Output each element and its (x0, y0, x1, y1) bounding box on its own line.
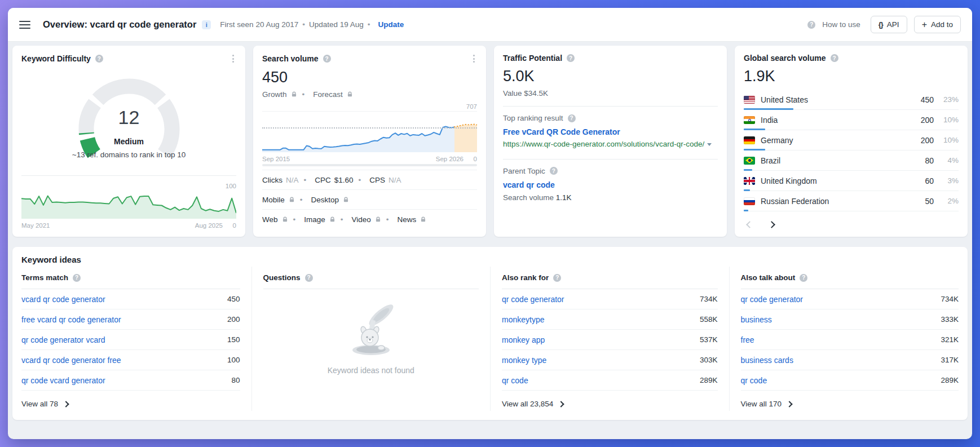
column-header: Also talk about (741, 273, 796, 282)
y-axis-min: 0 (233, 222, 236, 229)
metric-item[interactable]: Desktop (295, 196, 349, 204)
view-all-label: View all 170 (741, 400, 782, 408)
keyword-link[interactable]: qr code (502, 376, 528, 385)
parent-volume-value: 1.1K (556, 193, 572, 202)
country-name: India (761, 116, 778, 125)
empty-state-text: Keyword ideas not found (328, 366, 414, 375)
country-row[interactable]: United States45023% (744, 90, 959, 110)
keyword-link[interactable]: vcard qr code generator (21, 295, 105, 304)
keyword-volume: 321K (941, 335, 959, 344)
help-icon[interactable] (73, 274, 81, 282)
in-flag-icon (744, 116, 755, 124)
search-volume-svg (262, 112, 477, 152)
country-row[interactable]: India20010% (744, 110, 959, 130)
keyword-difficulty-card: Keyword Difficulty 12 Medium ~13 ref. do… (12, 46, 245, 237)
api-button[interactable]: {} API (871, 16, 907, 33)
info-badge[interactable]: i (202, 20, 211, 29)
help-icon[interactable] (305, 274, 313, 282)
parent-topic-link[interactable]: vcard qr code (503, 180, 718, 189)
metric-item[interactable]: Web (262, 215, 288, 224)
metric-item[interactable]: News (381, 215, 427, 224)
metric-item[interactable]: Forecast (297, 90, 353, 99)
update-link[interactable]: Update (378, 20, 404, 29)
how-to-use-link[interactable]: How to use (822, 20, 860, 29)
keyword-link[interactable]: free vcard qr code generator (21, 315, 121, 324)
keyword-link[interactable]: qr code vcard generator (21, 376, 105, 385)
keyword-volume: 80 (231, 376, 240, 384)
keyword-row: qr code generator734K (741, 289, 959, 309)
chevron-right-icon (786, 401, 792, 407)
kd-hint: ~13 ref. domains to rank in top 10 (21, 151, 236, 159)
chart-range-brush[interactable] (262, 164, 477, 166)
top-ranking-label: Top ranking result (503, 114, 563, 122)
metric-label: News (398, 215, 417, 224)
top-result-link[interactable]: Free vCard QR Code Generator (503, 127, 718, 136)
dot-separator: • (302, 20, 305, 29)
kd-gauge[interactable]: 12 Medium ~13 ref. domains to rank in to… (21, 65, 236, 165)
metric-item[interactable]: Image (288, 215, 336, 224)
keyword-volume: 200 (227, 315, 240, 324)
keyword-link[interactable]: qr code generator (741, 295, 804, 304)
keyword-link[interactable]: monkey type (502, 356, 546, 365)
x-axis-start: Sep 2015 (262, 156, 290, 162)
country-row[interactable]: United Kingdom603% (744, 171, 959, 191)
help-icon[interactable] (831, 54, 838, 62)
help-icon[interactable] (550, 167, 558, 175)
menu-icon[interactable] (19, 21, 30, 29)
keyword-link[interactable]: business (741, 315, 772, 324)
view-all-link[interactable]: View all 170 (741, 400, 959, 408)
chevron-right-icon (63, 401, 69, 407)
kd-history-chart[interactable]: 100 May 2021 Aug 2025 0 (21, 182, 236, 229)
caret-down-icon[interactable] (707, 143, 712, 146)
keyword-volume: 303K (700, 356, 718, 364)
metrics-row: WebImageVideoNews (262, 209, 477, 229)
help-icon[interactable] (568, 114, 576, 122)
help-icon[interactable] (567, 54, 575, 62)
add-to-button[interactable]: + Add to (914, 16, 961, 33)
kd-value: 12 (21, 107, 236, 129)
lock-icon (420, 216, 426, 223)
keyword-link[interactable]: qr code generator (502, 295, 564, 304)
kebab-menu-icon[interactable] (471, 54, 477, 64)
top-result-url[interactable]: https://www.qr-code-generator.com/soluti… (503, 139, 718, 151)
help-icon[interactable] (95, 55, 103, 63)
keyword-link[interactable]: qr code generator vcard (21, 335, 105, 344)
search-volume-chart[interactable]: 707 Sep 2015 Sep 2026 0 (262, 111, 477, 162)
metric-item: CPC$1.60 (299, 176, 354, 184)
keyword-link[interactable]: monkeytype (502, 315, 544, 324)
country-row[interactable]: Brazil804% (744, 151, 959, 171)
y-axis-min: 0 (474, 156, 477, 162)
growth-forecast-toggles: GrowthForecast (262, 90, 477, 99)
help-icon[interactable] (800, 274, 807, 282)
keyword-row: vcard qr code generator free100 (21, 350, 240, 370)
metric-item[interactable]: Mobile (262, 196, 295, 204)
keyword-link[interactable]: qr code (741, 376, 767, 385)
keyword-link[interactable]: business cards (741, 356, 793, 365)
prev-page-icon[interactable] (747, 219, 752, 229)
keyword-link[interactable]: monkey app (502, 335, 545, 344)
metric-label: Image (304, 215, 325, 224)
help-icon[interactable] (323, 55, 331, 63)
traffic-potential-card: Traffic Potential 5.0K Value $34.5K Top … (494, 46, 727, 237)
kebab-menu-icon[interactable] (230, 54, 236, 64)
keyword-link[interactable]: vcard qr code generator free (21, 356, 121, 365)
lock-icon (329, 216, 336, 223)
keyword-volume: 100 (227, 356, 240, 364)
keyword-link[interactable]: free (741, 335, 754, 344)
metric-item[interactable]: Growth (262, 90, 297, 99)
help-icon[interactable] (553, 274, 561, 282)
country-row[interactable]: Russian Federation502% (744, 191, 959, 211)
parent-topic-label: Parent Topic (503, 167, 545, 175)
parent-volume-label: Search volume (503, 193, 554, 202)
metric-label: Desktop (311, 196, 339, 204)
metric-item[interactable]: Video (336, 215, 381, 224)
view-all-link[interactable]: View all 78 (21, 400, 240, 408)
country-row[interactable]: Germany20010% (744, 130, 959, 151)
country-volume: 60 (925, 176, 934, 185)
view-all-link[interactable]: View all 23,854 (502, 400, 718, 408)
kd-level: Medium (21, 137, 236, 146)
top-result-url-text: https://www.qr-code-generator.com/soluti… (503, 140, 704, 148)
next-page-icon[interactable] (769, 219, 774, 229)
keyword-volume: 150 (227, 335, 240, 344)
global-volume-value: 1.9K (744, 68, 959, 85)
